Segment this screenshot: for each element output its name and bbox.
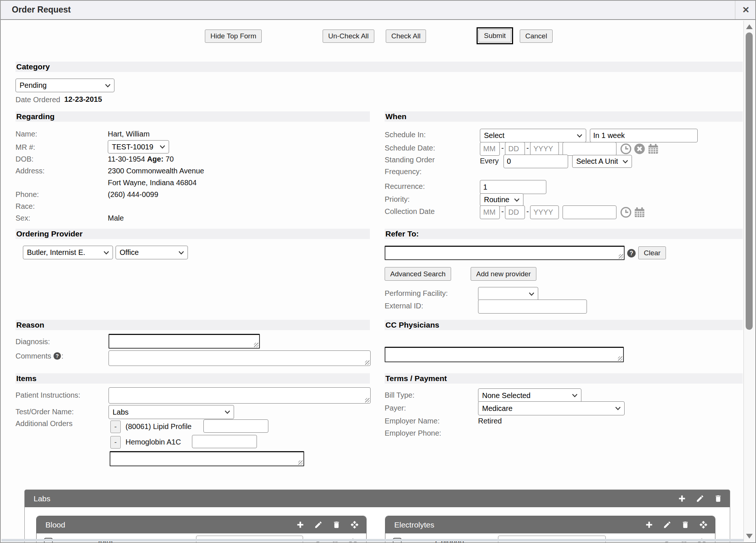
remove-order-button[interactable]: - — [110, 421, 121, 433]
reason-section-header: Reason — [16, 320, 370, 330]
order-input[interactable] — [192, 435, 257, 448]
plus-icon[interactable] — [678, 494, 686, 503]
schedule-date-time-input[interactable] — [563, 142, 616, 156]
advanced-search-button[interactable]: Advanced Search — [385, 267, 451, 281]
name-value: Hart, William — [108, 130, 150, 138]
mr-select[interactable]: TEST-10019 — [108, 140, 169, 153]
trash-icon[interactable] — [714, 494, 722, 503]
add-new-provider-label: Add new provider — [476, 270, 531, 278]
performing-facility-select[interactable] — [478, 287, 538, 301]
close-button[interactable]: ✕ — [735, 1, 756, 19]
items-section-header: Items — [16, 373, 370, 384]
schedule-in-input[interactable]: In 1 week — [590, 129, 698, 142]
every-input[interactable]: 0 — [504, 155, 568, 168]
date-separator: - — [501, 207, 504, 216]
diagnosis-textarea[interactable] — [109, 334, 260, 349]
unit-select[interactable]: Select A Unit — [572, 155, 632, 168]
move-icon[interactable] — [350, 520, 359, 529]
clear-label: Clear — [644, 249, 660, 257]
age-value: 70 — [165, 155, 173, 163]
address-line1: 2300 Commonwealth Avenue — [108, 167, 204, 175]
standing-order-label: Standing Order — [385, 156, 435, 164]
collection-date-dd-input[interactable]: DD — [505, 205, 525, 219]
clear-button[interactable]: Clear — [638, 246, 666, 259]
additional-orders-textarea[interactable] — [110, 451, 304, 466]
refer-to-input[interactable] — [385, 246, 625, 260]
calendar-icon[interactable] — [647, 143, 659, 155]
date-separator: - — [526, 207, 529, 216]
uncheck-all-button[interactable]: Un-Check All — [323, 30, 374, 43]
clock-icon[interactable] — [620, 143, 632, 155]
recurrence-input-value: 1 — [483, 183, 487, 191]
collection-date-mm-input[interactable]: MM — [480, 205, 500, 219]
schedule-date-yyyy-input[interactable]: YYYY — [530, 142, 559, 156]
performing-facility-label: Performing Facility: — [385, 289, 448, 298]
labs-panel: Labs Blood ANA — [24, 490, 730, 543]
check-all-button[interactable]: Check All — [386, 30, 426, 43]
test-order-name-value: Labs — [113, 408, 128, 416]
chevron-down-icon — [513, 197, 520, 203]
submit-label: Submit — [484, 32, 506, 40]
plus-icon[interactable] — [296, 520, 305, 529]
unit-select-value: Select A Unit — [576, 157, 618, 166]
collection-date-yyyy-input[interactable]: YYYY — [530, 205, 559, 219]
plus-icon[interactable] — [645, 520, 653, 529]
calendar-icon[interactable] — [634, 207, 645, 218]
pencil-icon[interactable] — [696, 494, 704, 503]
pencil-icon[interactable] — [663, 520, 671, 529]
scrollbar-thumb[interactable] — [746, 32, 753, 330]
pencil-icon[interactable] — [314, 520, 323, 529]
address-label: Address: — [16, 167, 45, 175]
schedule-date-dd-input[interactable]: DD — [505, 142, 525, 156]
move-icon[interactable] — [699, 520, 708, 529]
sex-label: Sex: — [16, 214, 30, 222]
priority-select[interactable]: Routine — [480, 193, 523, 206]
patient-instructions-textarea[interactable] — [109, 387, 371, 404]
provider-location-select[interactable]: Office — [116, 246, 188, 259]
x-circle-icon[interactable] — [634, 143, 645, 155]
check-all-label: Check All — [391, 32, 420, 40]
provider-select[interactable]: Butler, Internist E. — [23, 246, 113, 259]
external-id-label: External ID: — [385, 302, 423, 310]
cc-physicians-section-header: CC Physicians — [385, 320, 743, 330]
collection-date-time-input[interactable] — [563, 205, 616, 219]
remove-order-button[interactable]: - — [110, 436, 121, 449]
test-order-name-select[interactable]: Labs — [109, 405, 234, 419]
scroll-up-icon[interactable] — [746, 24, 753, 29]
recurrence-label: Recurrence: — [385, 182, 425, 191]
schedule-date-label: Schedule Date: — [385, 144, 435, 152]
trash-icon[interactable] — [681, 520, 690, 529]
trash-icon[interactable] — [332, 520, 341, 529]
sex-value: Male — [108, 214, 124, 222]
vertical-scrollbar[interactable] — [743, 21, 755, 542]
race-label: Race: — [16, 202, 35, 211]
schedule-in-select[interactable]: Select — [480, 129, 586, 142]
diagnosis-label: Diagnosis: — [16, 338, 50, 346]
phone-value: (260) 444-0099 — [108, 190, 158, 199]
labs-panel-title: Labs — [34, 494, 51, 503]
cancel-button[interactable]: Cancel — [520, 30, 553, 43]
external-id-input[interactable] — [478, 300, 587, 314]
question-mark-icon[interactable] — [53, 352, 61, 360]
uncheck-all-label: Un-Check All — [328, 32, 369, 40]
scroll-down-icon[interactable] — [746, 534, 753, 539]
terms-payment-section-header: Terms / Payment — [385, 373, 743, 384]
collection-date-label: Collection Date — [385, 207, 435, 216]
employer-name-label: Employer Name: — [385, 417, 440, 425]
question-mark-icon[interactable] — [627, 249, 636, 258]
every-label: Every — [480, 157, 499, 165]
bill-type-select[interactable]: None Selected — [478, 388, 581, 402]
chevron-down-icon — [103, 249, 110, 256]
cc-physicians-input[interactable] — [385, 347, 624, 362]
clock-icon[interactable] — [620, 207, 632, 218]
order-input[interactable] — [203, 419, 268, 433]
recurrence-input[interactable]: 1 — [480, 180, 546, 194]
submit-button[interactable]: Submit — [478, 29, 511, 42]
comments-textarea[interactable] — [109, 350, 371, 366]
category-select[interactable]: Pending — [16, 79, 114, 92]
chevron-down-icon — [224, 409, 231, 415]
schedule-date-mm-input[interactable]: MM — [480, 142, 500, 156]
payer-select[interactable]: Medicare — [478, 401, 625, 415]
add-new-provider-button[interactable]: Add new provider — [471, 267, 536, 281]
hide-top-form-button[interactable]: Hide Top Form — [205, 30, 262, 43]
